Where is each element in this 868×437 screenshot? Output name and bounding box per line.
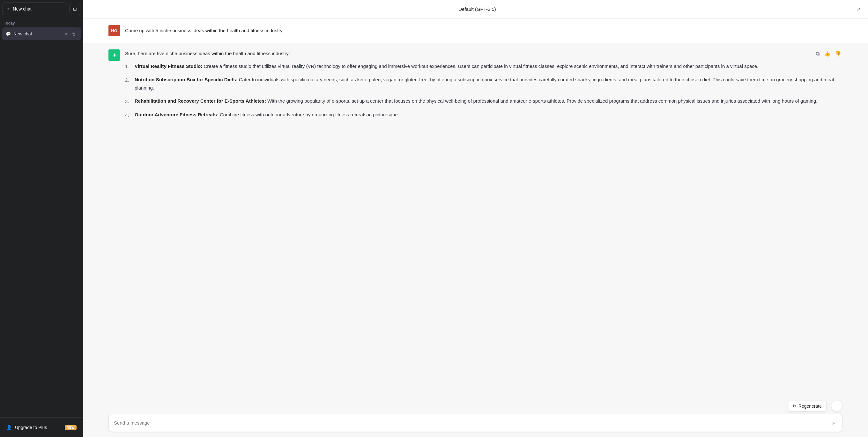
list-item: 3. Rehabilitation and Recovery Center fo… — [125, 97, 842, 105]
assistant-message: ✦ Sure, here are five niche business ide… — [83, 43, 868, 130]
share-icon — [856, 6, 860, 12]
edit-icon — [65, 31, 68, 36]
user-avatar: HO — [108, 25, 120, 36]
list-item-content: Rehabilitation and Recovery Center for E… — [135, 97, 842, 105]
delete-chat-button[interactable] — [71, 31, 77, 37]
sidebar-top: New chat — [0, 0, 83, 18]
input-container — [108, 414, 842, 432]
send-button[interactable] — [830, 418, 837, 428]
list-item-title: Nutrition Subscription Box for Specific … — [135, 77, 238, 82]
list-item: 1. Virtual Reality Fitness Studio: Creat… — [125, 62, 842, 71]
list-item-title: Outdoor Adventure Fitness Retreats: — [135, 112, 218, 117]
message-input[interactable] — [114, 420, 830, 426]
list-item-title: Rehabilitation and Recovery Center for E… — [135, 98, 266, 104]
user-message-text: Come up with 5 niche business ideas with… — [125, 25, 283, 34]
main-content: Default (GPT-3.5) HO Come up with 5 nich… — [83, 0, 868, 437]
list-item-desc: Combine fitness with outdoor adventure b… — [220, 112, 398, 117]
regenerate-label: Regenerate — [799, 404, 822, 409]
list-item-desc: Create a fitness studio that utilizes vi… — [204, 63, 758, 69]
business-ideas-list: 1. Virtual Reality Fitness Studio: Creat… — [125, 62, 842, 119]
user-icon — [6, 425, 12, 430]
list-number: 2. — [125, 75, 131, 84]
down-arrow-icon — [835, 403, 838, 409]
sidebar-layout-button[interactable] — [69, 3, 81, 15]
assistant-avatar: ✦ — [108, 49, 120, 61]
list-item: 4. Outdoor Adventure Fitness Retreats: C… — [125, 111, 842, 119]
layout-icon — [73, 6, 77, 11]
message-actions: ⧉ 👍 👎 — [815, 49, 842, 58]
copy-icon: ⧉ — [816, 51, 819, 57]
thumbdown-icon: 👎 — [835, 51, 841, 57]
regenerate-button[interactable]: Regenerate — [788, 401, 827, 411]
user-avatar-text: HO — [111, 28, 117, 33]
plus-icon — [7, 6, 9, 12]
list-number: 4. — [125, 111, 131, 119]
list-item-content: Nutrition Subscription Box for Specific … — [135, 75, 842, 92]
sidebar: New chat Today New chat Upgrade to Plus … — [0, 0, 83, 437]
model-name: Default (GPT-3.5) — [99, 6, 855, 12]
list-number: 1. — [125, 62, 131, 71]
sidebar-bottom: Upgrade to Plus NEW — [0, 417, 83, 437]
thumbup-icon: 👍 — [824, 51, 830, 57]
new-chat-label: New chat — [13, 6, 31, 11]
chat-item-label: New chat — [13, 31, 61, 36]
new-badge: NEW — [65, 425, 76, 430]
list-item-content: Virtual Reality Fitness Studio: Create a… — [135, 62, 842, 70]
chat-input-area: Regenerate — [83, 410, 868, 437]
today-section-label: Today — [0, 18, 83, 27]
upgrade-label: Upgrade to Plus — [15, 425, 47, 430]
list-item: 2. Nutrition Subscription Box for Specif… — [125, 75, 842, 92]
list-item-desc: With the growing popularity of e-sports,… — [267, 98, 817, 104]
user-message: HO Come up with 5 niche business ideas w… — [83, 19, 868, 43]
scroll-down-button[interactable] — [831, 400, 842, 411]
chat-history-item[interactable]: New chat — [2, 27, 81, 40]
share-button[interactable] — [855, 4, 862, 14]
edit-chat-button[interactable] — [63, 31, 69, 37]
list-number: 3. — [125, 97, 131, 105]
chat-icon — [6, 31, 11, 36]
list-item-content: Outdoor Adventure Fitness Retreats: Comb… — [135, 111, 842, 119]
gpt-logo: ✦ — [112, 52, 117, 58]
chat-item-actions — [63, 31, 77, 37]
chat-messages: HO Come up with 5 niche business ideas w… — [83, 19, 868, 410]
upgrade-button[interactable]: Upgrade to Plus NEW — [3, 422, 81, 433]
regenerate-icon — [793, 404, 797, 409]
list-item-desc: Cater to individuals with specific dieta… — [135, 77, 834, 91]
copy-message-button[interactable]: ⧉ — [815, 49, 821, 58]
thumbdown-button[interactable]: 👎 — [834, 49, 842, 58]
thumbup-button[interactable]: 👍 — [823, 49, 832, 58]
assistant-intro: Sure, here are five niche business ideas… — [125, 49, 842, 58]
list-item-title: Virtual Reality Fitness Studio: — [135, 63, 202, 69]
assistant-message-content: Sure, here are five niche business ideas… — [125, 49, 842, 124]
new-chat-button[interactable]: New chat — [3, 3, 67, 15]
main-header: Default (GPT-3.5) — [83, 0, 868, 19]
send-icon — [832, 419, 836, 427]
delete-icon — [72, 31, 76, 36]
